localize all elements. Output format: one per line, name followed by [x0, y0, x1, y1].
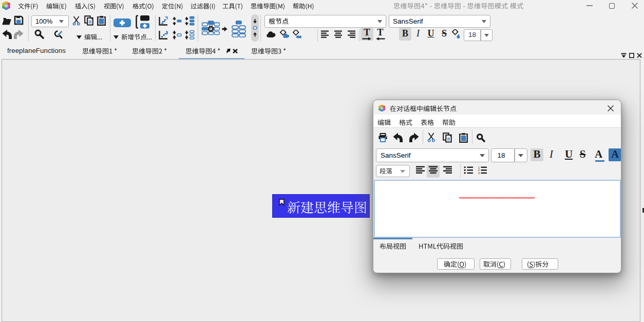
svg-text:3: 3: [478, 172, 480, 175]
